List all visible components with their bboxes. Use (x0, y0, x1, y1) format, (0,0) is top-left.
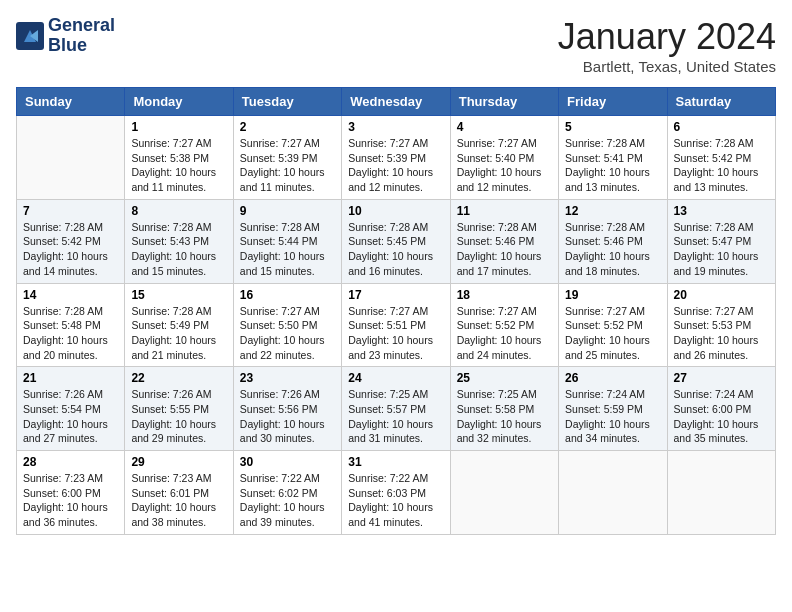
cell-info: Sunrise: 7:28 AMSunset: 5:43 PMDaylight:… (131, 220, 226, 279)
day-number: 7 (23, 204, 118, 218)
calendar-row: 21Sunrise: 7:26 AMSunset: 5:54 PMDayligh… (17, 367, 776, 451)
calendar-row: 1Sunrise: 7:27 AMSunset: 5:38 PMDaylight… (17, 116, 776, 200)
calendar-cell: 12Sunrise: 7:28 AMSunset: 5:46 PMDayligh… (559, 199, 667, 283)
day-number: 20 (674, 288, 769, 302)
day-number: 30 (240, 455, 335, 469)
day-number: 18 (457, 288, 552, 302)
calendar-cell: 27Sunrise: 7:24 AMSunset: 6:00 PMDayligh… (667, 367, 775, 451)
calendar-cell: 24Sunrise: 7:25 AMSunset: 5:57 PMDayligh… (342, 367, 450, 451)
calendar-cell: 6Sunrise: 7:28 AMSunset: 5:42 PMDaylight… (667, 116, 775, 200)
calendar-row: 7Sunrise: 7:28 AMSunset: 5:42 PMDaylight… (17, 199, 776, 283)
title-block: January 2024 Bartlett, Texas, United Sta… (558, 16, 776, 75)
day-number: 3 (348, 120, 443, 134)
cell-info: Sunrise: 7:27 AMSunset: 5:40 PMDaylight:… (457, 136, 552, 195)
cell-info: Sunrise: 7:26 AMSunset: 5:56 PMDaylight:… (240, 387, 335, 446)
cell-info: Sunrise: 7:26 AMSunset: 5:55 PMDaylight:… (131, 387, 226, 446)
day-number: 16 (240, 288, 335, 302)
cell-info: Sunrise: 7:25 AMSunset: 5:58 PMDaylight:… (457, 387, 552, 446)
day-number: 13 (674, 204, 769, 218)
cell-info: Sunrise: 7:22 AMSunset: 6:03 PMDaylight:… (348, 471, 443, 530)
day-number: 11 (457, 204, 552, 218)
day-number: 15 (131, 288, 226, 302)
calendar-row: 28Sunrise: 7:23 AMSunset: 6:00 PMDayligh… (17, 451, 776, 535)
cell-info: Sunrise: 7:27 AMSunset: 5:38 PMDaylight:… (131, 136, 226, 195)
cell-info: Sunrise: 7:28 AMSunset: 5:46 PMDaylight:… (565, 220, 660, 279)
weekday-header: Sunday (17, 88, 125, 116)
day-number: 24 (348, 371, 443, 385)
cell-info: Sunrise: 7:23 AMSunset: 6:00 PMDaylight:… (23, 471, 118, 530)
calendar-cell: 10Sunrise: 7:28 AMSunset: 5:45 PMDayligh… (342, 199, 450, 283)
calendar-cell: 9Sunrise: 7:28 AMSunset: 5:44 PMDaylight… (233, 199, 341, 283)
calendar-cell: 4Sunrise: 7:27 AMSunset: 5:40 PMDaylight… (450, 116, 558, 200)
calendar-cell (17, 116, 125, 200)
cell-info: Sunrise: 7:28 AMSunset: 5:47 PMDaylight:… (674, 220, 769, 279)
calendar-cell: 2Sunrise: 7:27 AMSunset: 5:39 PMDaylight… (233, 116, 341, 200)
cell-info: Sunrise: 7:27 AMSunset: 5:50 PMDaylight:… (240, 304, 335, 363)
cell-info: Sunrise: 7:28 AMSunset: 5:49 PMDaylight:… (131, 304, 226, 363)
cell-info: Sunrise: 7:28 AMSunset: 5:46 PMDaylight:… (457, 220, 552, 279)
calendar-cell: 25Sunrise: 7:25 AMSunset: 5:58 PMDayligh… (450, 367, 558, 451)
cell-info: Sunrise: 7:28 AMSunset: 5:41 PMDaylight:… (565, 136, 660, 195)
calendar-cell: 3Sunrise: 7:27 AMSunset: 5:39 PMDaylight… (342, 116, 450, 200)
calendar-header-row: SundayMondayTuesdayWednesdayThursdayFrid… (17, 88, 776, 116)
day-number: 12 (565, 204, 660, 218)
calendar-cell: 18Sunrise: 7:27 AMSunset: 5:52 PMDayligh… (450, 283, 558, 367)
day-number: 9 (240, 204, 335, 218)
calendar-cell: 16Sunrise: 7:27 AMSunset: 5:50 PMDayligh… (233, 283, 341, 367)
calendar-cell (559, 451, 667, 535)
calendar-cell: 11Sunrise: 7:28 AMSunset: 5:46 PMDayligh… (450, 199, 558, 283)
day-number: 22 (131, 371, 226, 385)
day-number: 25 (457, 371, 552, 385)
calendar-cell: 15Sunrise: 7:28 AMSunset: 5:49 PMDayligh… (125, 283, 233, 367)
day-number: 8 (131, 204, 226, 218)
calendar-cell: 26Sunrise: 7:24 AMSunset: 5:59 PMDayligh… (559, 367, 667, 451)
calendar-cell: 20Sunrise: 7:27 AMSunset: 5:53 PMDayligh… (667, 283, 775, 367)
weekday-header: Friday (559, 88, 667, 116)
calendar-cell: 29Sunrise: 7:23 AMSunset: 6:01 PMDayligh… (125, 451, 233, 535)
calendar-cell (450, 451, 558, 535)
cell-info: Sunrise: 7:27 AMSunset: 5:52 PMDaylight:… (565, 304, 660, 363)
cell-info: Sunrise: 7:27 AMSunset: 5:51 PMDaylight:… (348, 304, 443, 363)
cell-info: Sunrise: 7:28 AMSunset: 5:44 PMDaylight:… (240, 220, 335, 279)
weekday-header: Wednesday (342, 88, 450, 116)
cell-info: Sunrise: 7:22 AMSunset: 6:02 PMDaylight:… (240, 471, 335, 530)
day-number: 26 (565, 371, 660, 385)
cell-info: Sunrise: 7:28 AMSunset: 5:48 PMDaylight:… (23, 304, 118, 363)
calendar-cell: 30Sunrise: 7:22 AMSunset: 6:02 PMDayligh… (233, 451, 341, 535)
calendar-cell: 21Sunrise: 7:26 AMSunset: 5:54 PMDayligh… (17, 367, 125, 451)
day-number: 29 (131, 455, 226, 469)
weekday-header: Monday (125, 88, 233, 116)
calendar-cell: 19Sunrise: 7:27 AMSunset: 5:52 PMDayligh… (559, 283, 667, 367)
day-number: 2 (240, 120, 335, 134)
day-number: 27 (674, 371, 769, 385)
calendar-cell: 7Sunrise: 7:28 AMSunset: 5:42 PMDaylight… (17, 199, 125, 283)
calendar-cell: 23Sunrise: 7:26 AMSunset: 5:56 PMDayligh… (233, 367, 341, 451)
logo-icon (16, 22, 44, 50)
day-number: 5 (565, 120, 660, 134)
cell-info: Sunrise: 7:28 AMSunset: 5:42 PMDaylight:… (23, 220, 118, 279)
cell-info: Sunrise: 7:28 AMSunset: 5:45 PMDaylight:… (348, 220, 443, 279)
calendar-cell: 17Sunrise: 7:27 AMSunset: 5:51 PMDayligh… (342, 283, 450, 367)
day-number: 21 (23, 371, 118, 385)
day-number: 14 (23, 288, 118, 302)
calendar-cell: 28Sunrise: 7:23 AMSunset: 6:00 PMDayligh… (17, 451, 125, 535)
cell-info: Sunrise: 7:23 AMSunset: 6:01 PMDaylight:… (131, 471, 226, 530)
calendar-table: SundayMondayTuesdayWednesdayThursdayFrid… (16, 87, 776, 535)
cell-info: Sunrise: 7:25 AMSunset: 5:57 PMDaylight:… (348, 387, 443, 446)
calendar-cell: 31Sunrise: 7:22 AMSunset: 6:03 PMDayligh… (342, 451, 450, 535)
cell-info: Sunrise: 7:26 AMSunset: 5:54 PMDaylight:… (23, 387, 118, 446)
calendar-cell: 5Sunrise: 7:28 AMSunset: 5:41 PMDaylight… (559, 116, 667, 200)
calendar-cell: 22Sunrise: 7:26 AMSunset: 5:55 PMDayligh… (125, 367, 233, 451)
logo: General Blue (16, 16, 115, 56)
calendar-row: 14Sunrise: 7:28 AMSunset: 5:48 PMDayligh… (17, 283, 776, 367)
day-number: 31 (348, 455, 443, 469)
day-number: 4 (457, 120, 552, 134)
calendar-cell: 8Sunrise: 7:28 AMSunset: 5:43 PMDaylight… (125, 199, 233, 283)
month-title: January 2024 (558, 16, 776, 58)
weekday-header: Tuesday (233, 88, 341, 116)
weekday-header: Thursday (450, 88, 558, 116)
logo-text: General Blue (48, 16, 115, 56)
cell-info: Sunrise: 7:24 AMSunset: 6:00 PMDaylight:… (674, 387, 769, 446)
cell-info: Sunrise: 7:24 AMSunset: 5:59 PMDaylight:… (565, 387, 660, 446)
day-number: 19 (565, 288, 660, 302)
